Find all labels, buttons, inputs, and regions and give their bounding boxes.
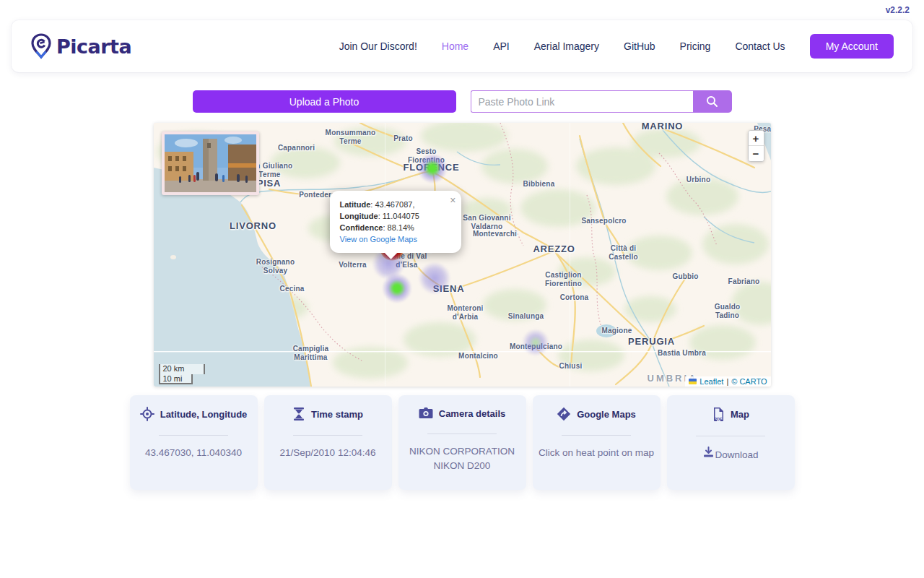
zoom-in-button[interactable]: + — [749, 131, 764, 146]
hourglass-icon — [292, 407, 305, 421]
card-value: NIKON CORPORATION NIKON D200 — [409, 444, 515, 474]
card-divider — [696, 436, 765, 436]
upload-photo-button[interactable]: Upload a Photo — [193, 90, 456, 113]
card-header: Camera details — [419, 407, 506, 420]
map-scale-control: 20 km 10 mi — [159, 364, 205, 384]
download-icon — [702, 447, 715, 460]
brand-logo[interactable]: Picarta — [30, 33, 131, 59]
card-map: PDFMapDownload — [667, 395, 795, 490]
photo-link-input[interactable] — [471, 90, 693, 113]
result-heatmap[interactable]: Monsummano TermePratoSesto FiorentinoCap… — [154, 123, 771, 387]
leaflet-link[interactable]: Leaflet — [699, 377, 723, 386]
search-button[interactable] — [693, 90, 732, 113]
card-camera-details: Camera detailsNIKON CORPORATION NIKON D2… — [398, 395, 526, 490]
picarta-pin-logo-icon — [30, 33, 52, 59]
map-zoom-control: + − — [748, 130, 764, 162]
nav-link-home[interactable]: Home — [442, 40, 468, 52]
nav-link-api[interactable]: API — [493, 40, 510, 52]
nav-link-github[interactable]: GitHub — [624, 40, 655, 52]
photo-link-group — [471, 90, 732, 113]
crosshair-icon — [140, 407, 154, 421]
card-header: PDFMap — [712, 407, 749, 422]
heat-point-purple-green[interactable] — [522, 329, 549, 356]
ukraine-flag-icon — [689, 379, 697, 384]
result-cards-row: Latitude, Longitude43.467030, 11.040340T… — [130, 395, 795, 490]
card-value: 43.467030, 11.040340 — [145, 446, 242, 460]
zoom-out-button[interactable]: − — [749, 146, 764, 161]
popup-coordinates: Latitude: 43.467087, Longitude: 11.04407… — [340, 199, 450, 223]
search-icon — [706, 95, 718, 108]
nav-link-pricing[interactable]: Pricing — [680, 40, 711, 52]
gmaps-icon — [557, 407, 571, 421]
photo-town-square — [165, 134, 256, 192]
header: Picarta Join Our Discord!HomeAPIAerial I… — [12, 20, 912, 72]
card-google-maps: Google MapsClick on heat point on map — [533, 395, 661, 490]
card-time-stamp: Time stamp21/Sep/2010 12:04:46 — [264, 395, 392, 490]
top-version-bar: v2.2.2 — [0, 0, 924, 20]
card-title: Google Maps — [577, 409, 636, 420]
card-latitude-longitude: Latitude, Longitude43.467030, 11.040340 — [130, 395, 258, 490]
svg-text:PDF: PDF — [714, 417, 723, 421]
card-title: Latitude, Longitude — [160, 409, 248, 420]
card-header: Latitude, Longitude — [140, 407, 248, 421]
nav-link-contact-us[interactable]: Contact Us — [735, 40, 785, 52]
scale-mi: 10 mi — [159, 374, 193, 384]
card-header: Google Maps — [557, 407, 636, 421]
card-title: Time stamp — [311, 409, 363, 420]
heat-point-green[interactable] — [417, 153, 448, 184]
brand-name: Picarta — [56, 35, 131, 58]
version-label: v2.2.2 — [886, 5, 910, 15]
card-value: Click on heat point on map — [539, 446, 654, 460]
nav-link-discord[interactable]: Join Our Discord! — [339, 40, 417, 52]
scale-km: 20 km — [159, 364, 205, 374]
heat-point-purple[interactable] — [419, 262, 450, 294]
popup-close-icon[interactable]: × — [450, 193, 456, 207]
attribution-divider: | — [726, 377, 728, 386]
card-divider — [159, 435, 228, 436]
popup-confidence: Confidence: 88.14% — [340, 223, 450, 234]
map-attribution: Leaflet | © CARTO — [685, 376, 770, 387]
card-value: 21/Sep/2010 12:04:46 — [280, 446, 376, 460]
my-account-button[interactable]: My Account — [810, 34, 894, 59]
query-photo-thumbnail — [162, 131, 259, 195]
card-divider — [562, 435, 631, 436]
result-popup: × Latitude: 43.467087, Longitude: 11.044… — [330, 191, 461, 253]
photo-input-controls: Upload a Photo — [0, 90, 924, 113]
nav-link-aerial-imagery[interactable]: Aerial Imagery — [534, 40, 599, 52]
camera-icon — [419, 407, 433, 420]
pdf-icon: PDF — [712, 407, 725, 422]
card-title: Camera details — [439, 408, 506, 419]
card-header: Time stamp — [292, 407, 363, 421]
card-divider — [293, 435, 362, 436]
card-value[interactable]: Download — [702, 447, 758, 462]
view-on-google-maps-link[interactable]: View on Google Maps — [340, 235, 417, 243]
main-nav: Join Our Discord!HomeAPIAerial ImageryGi… — [339, 40, 785, 52]
carto-link[interactable]: © CARTO — [731, 377, 767, 386]
card-divider — [427, 434, 497, 434]
card-title: Map — [731, 409, 749, 420]
